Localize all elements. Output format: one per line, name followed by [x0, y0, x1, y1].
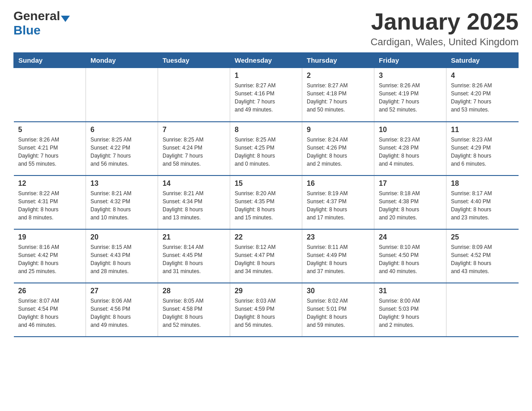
calendar-cell: 10Sunrise: 8:23 AM Sunset: 4:28 PM Dayli… [374, 122, 446, 176]
day-number: 2 [307, 72, 369, 80]
calendar-cell: 18Sunrise: 8:17 AM Sunset: 4:40 PM Dayli… [446, 176, 519, 229]
day-number: 19 [18, 233, 82, 241]
day-info: Sunrise: 8:25 AM Sunset: 4:22 PM Dayligh… [90, 136, 153, 168]
calendar-week-5: 26Sunrise: 8:07 AM Sunset: 4:54 PM Dayli… [14, 283, 519, 337]
calendar-cell [14, 68, 86, 122]
calendar-week-3: 12Sunrise: 8:22 AM Sunset: 4:31 PM Dayli… [14, 176, 519, 229]
day-number: 22 [235, 233, 297, 241]
day-info: Sunrise: 8:15 AM Sunset: 4:43 PM Dayligh… [90, 243, 153, 275]
day-info: Sunrise: 8:12 AM Sunset: 4:47 PM Dayligh… [235, 243, 297, 275]
day-info: Sunrise: 8:09 AM Sunset: 4:52 PM Dayligh… [451, 243, 514, 275]
calendar-week-1: 1Sunrise: 8:27 AM Sunset: 4:16 PM Daylig… [14, 68, 519, 122]
day-number: 27 [90, 287, 153, 295]
day-number: 23 [307, 233, 369, 241]
day-info: Sunrise: 8:02 AM Sunset: 5:01 PM Dayligh… [307, 297, 369, 329]
calendar-cell [86, 68, 158, 122]
calendar-cell: 7Sunrise: 8:25 AM Sunset: 4:24 PM Daylig… [158, 122, 230, 176]
calendar-table: SundayMondayTuesdayWednesdayThursdayFrid… [13, 52, 519, 337]
day-number: 14 [163, 180, 225, 188]
day-number: 30 [307, 287, 369, 295]
calendar-cell: 30Sunrise: 8:02 AM Sunset: 5:01 PM Dayli… [302, 283, 374, 337]
column-header-friday: Friday [374, 53, 446, 68]
calendar-cell: 5Sunrise: 8:26 AM Sunset: 4:21 PM Daylig… [14, 122, 86, 176]
day-number: 13 [90, 180, 153, 188]
logo-general-text: General [13, 9, 60, 23]
calendar-cell: 24Sunrise: 8:10 AM Sunset: 4:50 PM Dayli… [374, 229, 446, 283]
column-header-thursday: Thursday [302, 53, 374, 68]
day-number: 7 [163, 126, 225, 134]
column-header-monday: Monday [86, 53, 158, 68]
day-info: Sunrise: 8:07 AM Sunset: 4:54 PM Dayligh… [18, 297, 82, 329]
day-number: 10 [379, 126, 442, 134]
day-info: Sunrise: 8:27 AM Sunset: 4:18 PM Dayligh… [307, 81, 369, 114]
day-info: Sunrise: 8:06 AM Sunset: 4:56 PM Dayligh… [90, 297, 153, 329]
day-number: 6 [90, 126, 153, 134]
day-info: Sunrise: 8:00 AM Sunset: 5:03 PM Dayligh… [379, 297, 442, 329]
calendar-cell: 15Sunrise: 8:20 AM Sunset: 4:35 PM Dayli… [230, 176, 302, 229]
calendar-cell: 9Sunrise: 8:24 AM Sunset: 4:26 PM Daylig… [302, 122, 374, 176]
calendar-header-row: SundayMondayTuesdayWednesdayThursdayFrid… [14, 53, 519, 68]
day-info: Sunrise: 8:21 AM Sunset: 4:34 PM Dayligh… [163, 189, 225, 222]
day-number: 12 [18, 180, 82, 188]
column-header-wednesday: Wednesday [230, 53, 302, 68]
day-number: 20 [90, 233, 153, 241]
calendar-cell: 11Sunrise: 8:23 AM Sunset: 4:29 PM Dayli… [446, 122, 519, 176]
day-number: 1 [235, 72, 297, 80]
day-number: 25 [451, 233, 514, 241]
calendar-cell: 12Sunrise: 8:22 AM Sunset: 4:31 PM Dayli… [14, 176, 86, 229]
day-number: 21 [163, 233, 225, 241]
calendar-cell: 4Sunrise: 8:26 AM Sunset: 4:20 PM Daylig… [446, 68, 519, 122]
calendar-cell: 20Sunrise: 8:15 AM Sunset: 4:43 PM Dayli… [86, 229, 158, 283]
day-info: Sunrise: 8:18 AM Sunset: 4:38 PM Dayligh… [379, 189, 442, 222]
column-header-sunday: Sunday [14, 53, 86, 68]
day-number: 15 [235, 180, 297, 188]
calendar-cell: 17Sunrise: 8:18 AM Sunset: 4:38 PM Dayli… [374, 176, 446, 229]
calendar-cell: 27Sunrise: 8:06 AM Sunset: 4:56 PM Dayli… [86, 283, 158, 337]
day-number: 18 [451, 180, 514, 188]
title-section: January 2025 Cardigan, Wales, United Kin… [370, 9, 519, 48]
calendar-cell: 21Sunrise: 8:14 AM Sunset: 4:45 PM Dayli… [158, 229, 230, 283]
day-info: Sunrise: 8:16 AM Sunset: 4:42 PM Dayligh… [18, 243, 82, 275]
calendar-cell: 6Sunrise: 8:25 AM Sunset: 4:22 PM Daylig… [86, 122, 158, 176]
location-subtitle: Cardigan, Wales, United Kingdom [370, 36, 519, 48]
calendar-cell: 13Sunrise: 8:21 AM Sunset: 4:32 PM Dayli… [86, 176, 158, 229]
calendar-cell: 2Sunrise: 8:27 AM Sunset: 4:18 PM Daylig… [302, 68, 374, 122]
page-header: General Blue January 2025 Cardigan, Wale… [13, 9, 519, 48]
calendar-cell: 29Sunrise: 8:03 AM Sunset: 4:59 PM Dayli… [230, 283, 302, 337]
day-number: 24 [379, 233, 442, 241]
calendar-cell [446, 283, 519, 337]
calendar-cell: 25Sunrise: 8:09 AM Sunset: 4:52 PM Dayli… [446, 229, 519, 283]
column-header-tuesday: Tuesday [158, 53, 230, 68]
day-number: 28 [163, 287, 225, 295]
calendar-week-2: 5Sunrise: 8:26 AM Sunset: 4:21 PM Daylig… [14, 122, 519, 176]
calendar-cell: 19Sunrise: 8:16 AM Sunset: 4:42 PM Dayli… [14, 229, 86, 283]
calendar-cell [158, 68, 230, 122]
day-info: Sunrise: 8:27 AM Sunset: 4:16 PM Dayligh… [235, 81, 297, 114]
day-info: Sunrise: 8:03 AM Sunset: 4:59 PM Dayligh… [235, 297, 297, 329]
day-info: Sunrise: 8:10 AM Sunset: 4:50 PM Dayligh… [379, 243, 442, 275]
column-header-saturday: Saturday [446, 53, 519, 68]
day-number: 5 [18, 126, 82, 134]
calendar-cell: 26Sunrise: 8:07 AM Sunset: 4:54 PM Dayli… [14, 283, 86, 337]
calendar-cell: 23Sunrise: 8:11 AM Sunset: 4:49 PM Dayli… [302, 229, 374, 283]
day-info: Sunrise: 8:19 AM Sunset: 4:37 PM Dayligh… [307, 189, 369, 222]
day-number: 9 [307, 126, 369, 134]
day-info: Sunrise: 8:25 AM Sunset: 4:25 PM Dayligh… [235, 136, 297, 168]
calendar-cell: 22Sunrise: 8:12 AM Sunset: 4:47 PM Dayli… [230, 229, 302, 283]
day-info: Sunrise: 8:11 AM Sunset: 4:49 PM Dayligh… [307, 243, 369, 275]
day-number: 8 [235, 126, 297, 134]
calendar-cell: 31Sunrise: 8:00 AM Sunset: 5:03 PM Dayli… [374, 283, 446, 337]
calendar-cell: 8Sunrise: 8:25 AM Sunset: 4:25 PM Daylig… [230, 122, 302, 176]
logo-arrow-icon [61, 16, 70, 22]
day-info: Sunrise: 8:21 AM Sunset: 4:32 PM Dayligh… [90, 189, 153, 222]
day-info: Sunrise: 8:25 AM Sunset: 4:24 PM Dayligh… [163, 136, 225, 168]
day-info: Sunrise: 8:23 AM Sunset: 4:29 PM Dayligh… [451, 136, 514, 168]
day-number: 29 [235, 287, 297, 295]
calendar-week-4: 19Sunrise: 8:16 AM Sunset: 4:42 PM Dayli… [14, 229, 519, 283]
day-info: Sunrise: 8:26 AM Sunset: 4:21 PM Dayligh… [18, 136, 82, 168]
calendar-cell: 14Sunrise: 8:21 AM Sunset: 4:34 PM Dayli… [158, 176, 230, 229]
day-number: 31 [379, 287, 442, 295]
day-info: Sunrise: 8:26 AM Sunset: 4:19 PM Dayligh… [379, 81, 442, 114]
day-number: 4 [451, 72, 514, 80]
day-number: 16 [307, 180, 369, 188]
